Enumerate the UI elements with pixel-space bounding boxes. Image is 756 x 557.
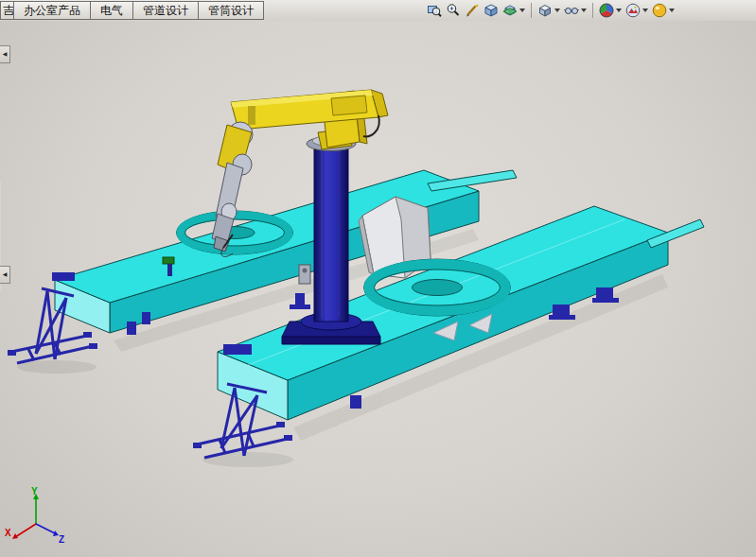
command-tabs: 吉 办公室产品 电气 管道设计 管筒设计: [0, 1, 264, 20]
triad-y-label: Y: [31, 486, 38, 496]
display-style-button[interactable]: [536, 1, 561, 20]
section-view-button[interactable]: [501, 1, 526, 20]
tab-office-products[interactable]: 办公室产品: [14, 1, 91, 20]
tab-electrical[interactable]: 电气: [91, 1, 133, 20]
dropdown-arrow-icon[interactable]: [669, 9, 675, 12]
edit-appearance-button[interactable]: [598, 1, 623, 20]
hide-show-items-icon: [564, 3, 579, 18]
panel-collapse-arrow-middle[interactable]: ◀: [0, 266, 10, 284]
apply-scene-button[interactable]: [624, 1, 649, 20]
tab-tubing-design[interactable]: 管筒设计: [199, 1, 264, 20]
dropdown-arrow-icon[interactable]: [616, 9, 622, 12]
display-style-icon: [537, 3, 553, 18]
edit-appearance-icon: [599, 3, 614, 18]
tab-piping-design[interactable]: 管道设计: [133, 1, 199, 20]
hide-show-items-button[interactable]: [563, 1, 588, 20]
toolbar-separator: [531, 3, 532, 18]
heads-up-view-toolbar: [425, 0, 677, 21]
tab-partial[interactable]: 吉: [0, 1, 14, 20]
zoom-in-out-icon: [446, 3, 461, 18]
triad-x-label: X: [5, 528, 11, 538]
dropdown-arrow-icon[interactable]: [519, 9, 525, 12]
toolbar-separator: [592, 3, 593, 18]
zoom-in-out-button[interactable]: [445, 1, 462, 20]
zoom-to-area-icon: [427, 3, 442, 18]
view-settings-button[interactable]: [651, 1, 676, 20]
cad-application-window: 吉 办公室产品 电气 管道设计 管筒设计: [0, 0, 756, 557]
view-settings-icon: [652, 3, 667, 18]
panel-collapse-arrow-top[interactable]: ◀: [0, 45, 10, 63]
apply-scene-icon: [625, 3, 641, 18]
view-orientation-button[interactable]: [483, 1, 500, 20]
previous-view-icon: [465, 3, 480, 18]
dropdown-arrow-icon[interactable]: [554, 9, 560, 12]
orientation-triad: Y X Z: [4, 486, 70, 547]
previous-view-button[interactable]: [464, 1, 481, 20]
graphics-area[interactable]: Y X Z: [0, 21, 756, 557]
dropdown-arrow-icon[interactable]: [642, 9, 648, 12]
command-bar: 吉 办公室产品 电气 管道设计 管筒设计: [0, 0, 756, 22]
zoom-to-area-button[interactable]: [426, 1, 443, 20]
view-orientation-icon: [483, 3, 499, 18]
dropdown-arrow-icon[interactable]: [581, 9, 587, 12]
triad-z-label: Z: [59, 534, 64, 545]
3d-model-scene: [0, 21, 756, 557]
section-view-icon: [502, 3, 518, 18]
